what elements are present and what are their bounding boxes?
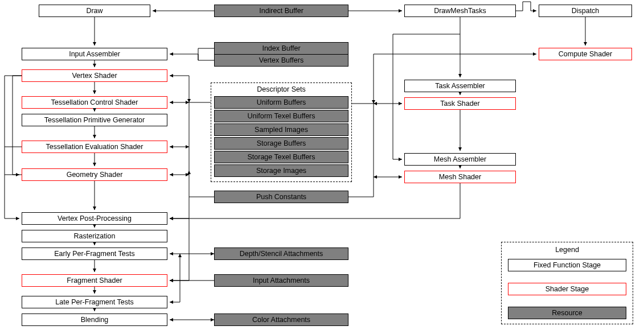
node-mesh-assembler: Mesh Assembler — [404, 153, 516, 166]
node-storage-texel: Storage Texel Buffers — [214, 151, 348, 163]
node-rasterization: Rasterization — [22, 230, 167, 242]
node-blending: Blending — [22, 314, 167, 326]
node-tess-prim-gen: Tessellation Primitive Generator — [22, 114, 167, 126]
node-uniform-buffers: Uniform Buffers — [214, 96, 348, 109]
node-late-frag: Late Per-Fragment Tests — [22, 296, 167, 308]
node-input-attachments: Input Attachments — [214, 274, 348, 287]
node-depth-stencil: Depth/Stencil Attachments — [214, 248, 348, 260]
node-vertex-shader: Vertex Shader — [22, 69, 167, 82]
node-color-attachments: Color Attachments — [214, 314, 348, 326]
node-compute-shader: Compute Shader — [539, 48, 632, 60]
node-uniform-texel: Uniform Texel Buffers — [214, 110, 348, 122]
label-descriptor-sets: Descriptor Sets — [211, 85, 352, 93]
node-indirect-buffer: Indirect Buffer — [214, 5, 348, 17]
legend-fixed: Fixed Function Stage — [508, 259, 626, 271]
node-draw: Draw — [39, 5, 150, 17]
node-index-buffer: Index Buffer — [214, 42, 348, 55]
node-storage-buffers: Storage Buffers — [214, 137, 348, 150]
legend-shader: Shader Stage — [508, 283, 626, 295]
node-dispatch: Dispatch — [539, 5, 632, 17]
node-fragment-shader: Fragment Shader — [22, 274, 167, 287]
node-mesh-shader: Mesh Shader — [404, 171, 516, 183]
node-input-assembler: Input Assembler — [22, 48, 167, 60]
node-early-frag: Early Per-Fragment Tests — [22, 248, 167, 260]
node-sampled-images: Sampled Images — [214, 123, 348, 136]
legend-resource: Resource — [508, 307, 626, 319]
node-draw-mesh-tasks: DrawMeshTasks — [404, 5, 516, 17]
node-storage-images: Storage Images — [214, 164, 348, 177]
node-tess-control: Tessellation Control Shader — [22, 96, 167, 109]
node-tess-eval: Tessellation Evaluation Shader — [22, 141, 167, 153]
node-task-shader: Task Shader — [404, 97, 516, 110]
node-task-assembler: Task Assembler — [404, 80, 516, 92]
legend-title: Legend — [501, 246, 633, 254]
node-geometry-shader: Geometry Shader — [22, 168, 167, 181]
node-vertex-buffers: Vertex Buffers — [214, 54, 348, 67]
node-push-constants: Push Constants — [214, 191, 348, 203]
node-vertex-post: Vertex Post-Processing — [22, 212, 167, 225]
